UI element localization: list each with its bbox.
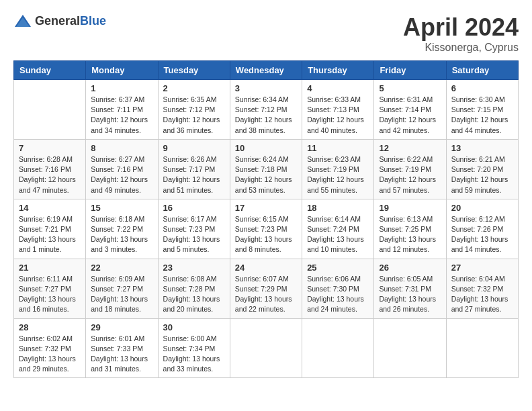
weekday-header-row: SundayMondayTuesdayWednesdayThursdayFrid… <box>14 61 519 80</box>
day-number: 2 <box>163 83 225 93</box>
weekday-header-wednesday: Wednesday <box>230 61 302 80</box>
day-info: Sunrise: 6:06 AM Sunset: 7:30 PM Dayligh… <box>307 274 369 315</box>
day-number: 23 <box>163 263 225 273</box>
day-number: 3 <box>235 83 297 93</box>
day-number: 11 <box>307 143 369 153</box>
day-number: 10 <box>235 143 297 153</box>
calendar-week-row: 14Sunrise: 6:19 AM Sunset: 7:21 PM Dayli… <box>14 199 519 259</box>
calendar-cell: 13Sunrise: 6:21 AM Sunset: 7:20 PM Dayli… <box>446 139 518 199</box>
day-number: 29 <box>91 322 152 332</box>
day-number: 6 <box>451 83 513 93</box>
day-number: 20 <box>451 203 513 213</box>
day-info: Sunrise: 6:31 AM Sunset: 7:14 PM Dayligh… <box>379 95 441 136</box>
day-info: Sunrise: 6:26 AM Sunset: 7:17 PM Dayligh… <box>163 154 225 195</box>
day-info: Sunrise: 6:18 AM Sunset: 7:22 PM Dayligh… <box>91 214 152 255</box>
day-info: Sunrise: 6:21 AM Sunset: 7:20 PM Dayligh… <box>451 154 513 195</box>
day-info: Sunrise: 6:28 AM Sunset: 7:16 PM Dayligh… <box>19 154 81 195</box>
calendar-cell <box>374 318 446 378</box>
location-subtitle: Kissonerga, Cyprus <box>403 42 519 54</box>
calendar-cell: 7Sunrise: 6:28 AM Sunset: 7:16 PM Daylig… <box>14 139 86 199</box>
calendar-cell: 1Sunrise: 6:37 AM Sunset: 7:11 PM Daylig… <box>86 80 158 140</box>
calendar-week-row: 7Sunrise: 6:28 AM Sunset: 7:16 PM Daylig… <box>14 139 519 199</box>
calendar-week-row: 28Sunrise: 6:02 AM Sunset: 7:32 PM Dayli… <box>14 318 519 378</box>
day-info: Sunrise: 6:23 AM Sunset: 7:19 PM Dayligh… <box>307 154 369 195</box>
calendar-cell: 14Sunrise: 6:19 AM Sunset: 7:21 PM Dayli… <box>14 199 86 259</box>
day-number: 1 <box>91 83 152 93</box>
weekday-header-sunday: Sunday <box>14 61 86 80</box>
calendar-week-row: 1Sunrise: 6:37 AM Sunset: 7:11 PM Daylig… <box>14 80 519 140</box>
calendar-cell: 21Sunrise: 6:11 AM Sunset: 7:27 PM Dayli… <box>14 259 86 318</box>
day-number: 4 <box>307 83 369 93</box>
calendar-week-row: 21Sunrise: 6:11 AM Sunset: 7:27 PM Dayli… <box>14 259 519 318</box>
day-info: Sunrise: 6:01 AM Sunset: 7:33 PM Dayligh… <box>91 334 152 375</box>
calendar-cell: 28Sunrise: 6:02 AM Sunset: 7:32 PM Dayli… <box>14 318 86 378</box>
day-info: Sunrise: 6:07 AM Sunset: 7:29 PM Dayligh… <box>235 274 297 315</box>
calendar-cell: 30Sunrise: 6:00 AM Sunset: 7:34 PM Dayli… <box>158 318 230 378</box>
weekday-header-friday: Friday <box>374 61 446 80</box>
day-info: Sunrise: 6:34 AM Sunset: 7:12 PM Dayligh… <box>235 95 297 136</box>
day-info: Sunrise: 6:37 AM Sunset: 7:11 PM Dayligh… <box>91 95 152 136</box>
weekday-header-thursday: Thursday <box>302 61 374 80</box>
calendar-cell: 22Sunrise: 6:09 AM Sunset: 7:27 PM Dayli… <box>86 259 158 318</box>
calendar-cell: 9Sunrise: 6:26 AM Sunset: 7:17 PM Daylig… <box>158 139 230 199</box>
day-number: 19 <box>379 203 441 213</box>
day-info: Sunrise: 6:22 AM Sunset: 7:19 PM Dayligh… <box>379 154 441 195</box>
day-info: Sunrise: 6:14 AM Sunset: 7:24 PM Dayligh… <box>307 214 369 255</box>
calendar-cell: 2Sunrise: 6:35 AM Sunset: 7:12 PM Daylig… <box>158 80 230 140</box>
calendar-cell: 12Sunrise: 6:22 AM Sunset: 7:19 PM Dayli… <box>374 139 446 199</box>
calendar-cell: 11Sunrise: 6:23 AM Sunset: 7:19 PM Dayli… <box>302 139 374 199</box>
day-info: Sunrise: 6:24 AM Sunset: 7:18 PM Dayligh… <box>235 154 297 195</box>
day-info: Sunrise: 6:02 AM Sunset: 7:32 PM Dayligh… <box>19 334 81 375</box>
calendar-cell: 3Sunrise: 6:34 AM Sunset: 7:12 PM Daylig… <box>230 80 302 140</box>
page-header: GeneralBlue April 2024 Kissonerga, Cypru… <box>13 13 519 54</box>
calendar-cell <box>14 80 86 140</box>
day-number: 21 <box>19 263 81 273</box>
day-info: Sunrise: 6:00 AM Sunset: 7:34 PM Dayligh… <box>163 334 225 375</box>
calendar-cell <box>446 318 518 378</box>
day-number: 5 <box>379 83 441 93</box>
calendar-cell <box>230 318 302 378</box>
calendar-cell: 25Sunrise: 6:06 AM Sunset: 7:30 PM Dayli… <box>302 259 374 318</box>
weekday-header-monday: Monday <box>86 61 158 80</box>
day-number: 22 <box>91 263 152 273</box>
day-info: Sunrise: 6:30 AM Sunset: 7:15 PM Dayligh… <box>451 95 513 136</box>
day-number: 13 <box>451 143 513 153</box>
logo: GeneralBlue <box>13 13 106 28</box>
calendar-table: SundayMondayTuesdayWednesdayThursdayFrid… <box>13 60 519 378</box>
calendar-cell: 19Sunrise: 6:13 AM Sunset: 7:25 PM Dayli… <box>374 199 446 259</box>
day-info: Sunrise: 6:19 AM Sunset: 7:21 PM Dayligh… <box>19 214 81 255</box>
calendar-cell: 16Sunrise: 6:17 AM Sunset: 7:23 PM Dayli… <box>158 199 230 259</box>
day-number: 16 <box>163 203 225 213</box>
calendar-cell: 8Sunrise: 6:27 AM Sunset: 7:16 PM Daylig… <box>86 139 158 199</box>
month-year-title: April 2024 <box>403 13 519 42</box>
day-info: Sunrise: 6:08 AM Sunset: 7:28 PM Dayligh… <box>163 274 225 315</box>
day-info: Sunrise: 6:09 AM Sunset: 7:27 PM Dayligh… <box>91 274 152 315</box>
calendar-cell: 24Sunrise: 6:07 AM Sunset: 7:29 PM Dayli… <box>230 259 302 318</box>
day-info: Sunrise: 6:11 AM Sunset: 7:27 PM Dayligh… <box>19 274 81 315</box>
day-info: Sunrise: 6:33 AM Sunset: 7:13 PM Dayligh… <box>307 95 369 136</box>
day-number: 7 <box>19 143 81 153</box>
day-number: 27 <box>451 263 513 273</box>
day-number: 18 <box>307 203 369 213</box>
calendar-cell: 6Sunrise: 6:30 AM Sunset: 7:15 PM Daylig… <box>446 80 518 140</box>
day-info: Sunrise: 6:17 AM Sunset: 7:23 PM Dayligh… <box>163 214 225 255</box>
calendar-cell: 15Sunrise: 6:18 AM Sunset: 7:22 PM Dayli… <box>86 199 158 259</box>
calendar-cell: 20Sunrise: 6:12 AM Sunset: 7:26 PM Dayli… <box>446 199 518 259</box>
weekday-header-saturday: Saturday <box>446 61 518 80</box>
weekday-header-tuesday: Tuesday <box>158 61 230 80</box>
day-number: 30 <box>163 322 225 332</box>
day-number: 15 <box>91 203 152 213</box>
day-number: 24 <box>235 263 297 273</box>
calendar-cell: 27Sunrise: 6:04 AM Sunset: 7:32 PM Dayli… <box>446 259 518 318</box>
day-info: Sunrise: 6:13 AM Sunset: 7:25 PM Dayligh… <box>379 214 441 255</box>
calendar-cell: 10Sunrise: 6:24 AM Sunset: 7:18 PM Dayli… <box>230 139 302 199</box>
title-area: April 2024 Kissonerga, Cyprus <box>403 13 519 54</box>
logo-text: GeneralBlue <box>35 14 106 28</box>
day-number: 25 <box>307 263 369 273</box>
day-info: Sunrise: 6:04 AM Sunset: 7:32 PM Dayligh… <box>451 274 513 315</box>
day-number: 28 <box>19 322 81 332</box>
calendar-cell: 4Sunrise: 6:33 AM Sunset: 7:13 PM Daylig… <box>302 80 374 140</box>
day-info: Sunrise: 6:12 AM Sunset: 7:26 PM Dayligh… <box>451 214 513 255</box>
calendar-cell: 29Sunrise: 6:01 AM Sunset: 7:33 PM Dayli… <box>86 318 158 378</box>
day-number: 9 <box>163 143 225 153</box>
